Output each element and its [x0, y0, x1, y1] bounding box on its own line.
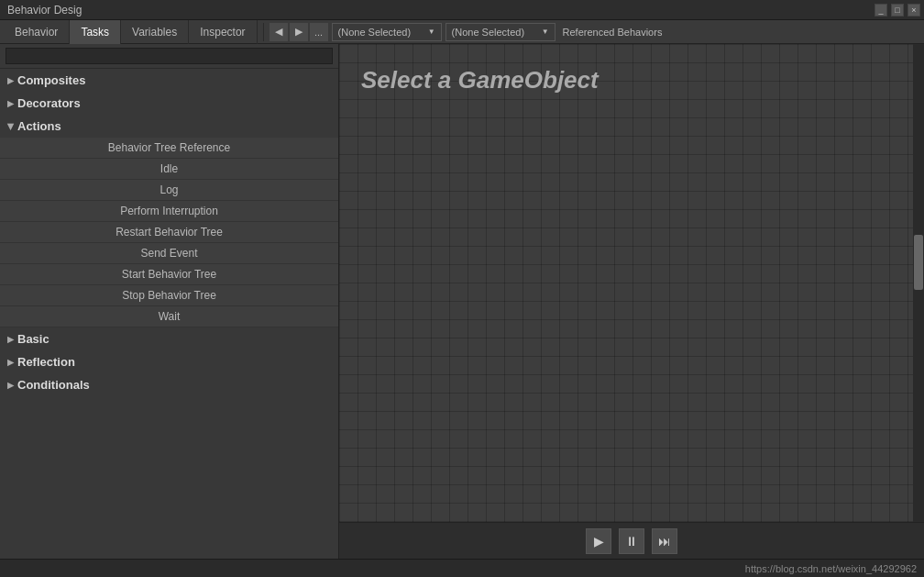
task-send-event[interactable]: Send Event	[0, 243, 338, 264]
task-restart-behavior-tree[interactable]: Restart Behavior Tree	[0, 222, 338, 243]
minimize-button[interactable]: _	[874, 4, 887, 17]
app-title: Behavior Desig	[7, 4, 82, 17]
search-input[interactable]	[6, 48, 333, 64]
toolbar-nav: ◀ ▶ ...	[270, 23, 328, 41]
actions-arrow-icon: ▶	[6, 123, 16, 129]
dropdown-none-selected-1[interactable]: (None Selected) ▼	[332, 23, 442, 41]
content-area: ▶ Composites ▶ Decorators ▶ Actions Beha…	[0, 44, 924, 559]
task-stop-behavior-tree[interactable]: Stop Behavior Tree	[0, 285, 338, 306]
sidebar-item-actions[interactable]: ▶ Actions	[0, 115, 338, 138]
reflection-label: Reflection	[17, 355, 75, 369]
dropdown-1-arrow: ▼	[428, 28, 435, 36]
main-layout: Behavior Tasks Variables Inspector ◀ ▶ .…	[0, 20, 924, 577]
actions-item-list: Behavior Tree Reference Idle Log Perform…	[0, 138, 338, 327]
tab-inspector[interactable]: Inspector	[189, 20, 257, 44]
basic-label: Basic	[17, 332, 50, 346]
search-bar	[0, 44, 338, 69]
conditionals-label: Conditionals	[17, 378, 90, 392]
tab-behavior[interactable]: Behavior	[4, 20, 70, 44]
title-bar: Behavior Desig _ □ ×	[0, 0, 924, 20]
sidebar-item-composites[interactable]: ▶ Composites	[0, 69, 338, 92]
status-url: https://blog.csdn.net/weixin_44292962	[745, 563, 917, 574]
dropdown-none-selected-2[interactable]: (None Selected) ▼	[446, 23, 556, 41]
step-button[interactable]: ⏭	[652, 528, 677, 554]
tab-variables[interactable]: Variables	[121, 20, 189, 44]
nav-forward-button[interactable]: ▶	[290, 23, 308, 41]
canvas-area: Select a GameObject ▶ ⏸ ⏭	[339, 44, 924, 559]
sidebar-item-decorators[interactable]: ▶ Decorators	[0, 92, 338, 115]
task-start-behavior-tree[interactable]: Start Behavior Tree	[0, 264, 338, 285]
task-behavior-tree-reference[interactable]: Behavior Tree Reference	[0, 138, 338, 159]
sidebar: ▶ Composites ▶ Decorators ▶ Actions Beha…	[0, 44, 339, 559]
conditionals-arrow-icon: ▶	[7, 381, 14, 390]
canvas-scrollbar[interactable]	[913, 44, 924, 522]
composites-label: Composites	[17, 73, 85, 87]
basic-arrow-icon: ▶	[7, 335, 14, 344]
maximize-button[interactable]: □	[891, 4, 904, 17]
canvas-select-label: Select a GameObject	[361, 66, 599, 94]
sidebar-item-conditionals[interactable]: ▶ Conditionals	[0, 373, 338, 396]
play-button[interactable]: ▶	[586, 528, 611, 554]
referenced-behaviors-label: Referenced Behaviors	[563, 27, 663, 38]
close-button[interactable]: ×	[908, 4, 920, 17]
playbar: ▶ ⏸ ⏭	[339, 522, 924, 559]
actions-label: Actions	[17, 119, 61, 133]
dropdown-2-arrow: ▼	[542, 28, 549, 36]
task-perform-interruption[interactable]: Perform Interruption	[0, 201, 338, 222]
pause-button[interactable]: ⏸	[619, 528, 644, 554]
sidebar-item-basic[interactable]: ▶ Basic	[0, 327, 338, 350]
nav-more-button[interactable]: ...	[310, 23, 328, 41]
toolbar-separator-1	[263, 23, 264, 41]
tab-tasks[interactable]: Tasks	[70, 20, 121, 44]
sidebar-item-reflection[interactable]: ▶ Reflection	[0, 350, 338, 373]
dropdown-2-label: (None Selected)	[452, 27, 525, 38]
task-log[interactable]: Log	[0, 180, 338, 201]
composites-arrow-icon: ▶	[7, 76, 14, 85]
decorators-arrow-icon: ▶	[7, 99, 14, 108]
task-idle[interactable]: Idle	[0, 159, 338, 180]
sidebar-scroll[interactable]: ▶ Composites ▶ Decorators ▶ Actions Beha…	[0, 69, 338, 559]
decorators-label: Decorators	[17, 96, 81, 110]
status-bar: https://blog.csdn.net/weixin_44292962	[0, 559, 924, 577]
task-wait[interactable]: Wait	[0, 306, 338, 327]
nav-back-button[interactable]: ◀	[270, 23, 288, 41]
dropdown-1-label: (None Selected)	[338, 27, 412, 38]
reflection-arrow-icon: ▶	[7, 358, 14, 367]
tab-bar: Behavior Tasks Variables Inspector	[4, 20, 258, 44]
toolbar: Behavior Tasks Variables Inspector ◀ ▶ .…	[0, 20, 924, 44]
canvas-scrollbar-thumb[interactable]	[914, 235, 923, 290]
canvas-grid	[339, 44, 924, 522]
window-controls[interactable]: _ □ ×	[874, 4, 920, 17]
